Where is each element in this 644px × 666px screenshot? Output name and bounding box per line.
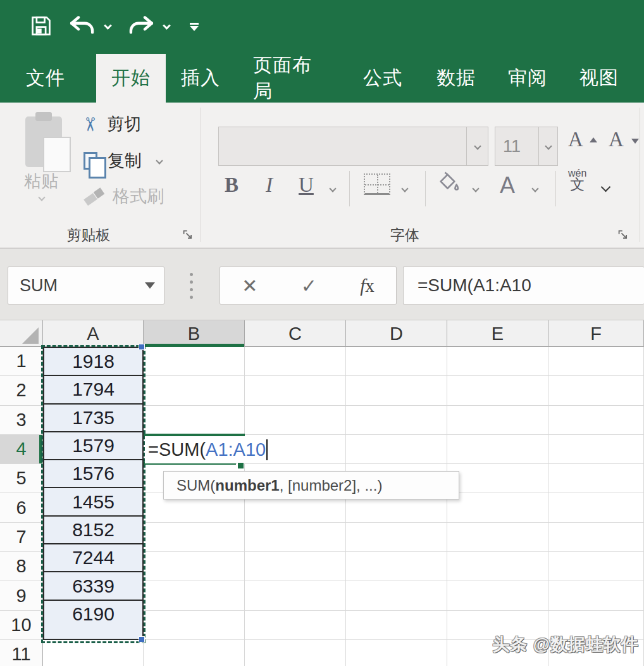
insert-function-fx-icon[interactable]: fx [360, 275, 375, 296]
tab-review[interactable]: 审阅 [507, 54, 548, 103]
row-header-5[interactable]: 5 [0, 464, 43, 493]
tab-page-layout[interactable]: 页面布局 [253, 54, 330, 103]
tab-home[interactable]: 开始 [96, 54, 166, 103]
cell-c3[interactable] [245, 406, 346, 435]
paste-button[interactable]: 粘贴 [0, 103, 76, 210]
cell-e3[interactable] [447, 406, 548, 435]
italic-button[interactable]: I [266, 173, 273, 197]
cell-b7[interactable] [144, 523, 245, 552]
font-color-button[interactable]: A [500, 172, 515, 199]
cell-c11[interactable] [245, 640, 346, 666]
cell-d9[interactable] [346, 581, 447, 610]
cell-d10[interactable] [346, 611, 447, 640]
cell-b2[interactable] [144, 376, 245, 405]
cell-d4[interactable] [346, 435, 447, 464]
cell-b11[interactable] [144, 640, 245, 666]
phonetic-guide-button[interactable]: wén 文 [568, 168, 586, 192]
cell-d2[interactable] [346, 376, 447, 405]
cell-f2[interactable] [548, 376, 644, 405]
row-header-2[interactable]: 2 [0, 376, 43, 405]
shrink-font-button[interactable]: A [609, 128, 631, 151]
column-header-c[interactable]: C [245, 320, 346, 347]
underline-dropdown-chevron-icon[interactable] [329, 185, 336, 192]
undo-dropdown[interactable] [105, 25, 111, 28]
column-header-d[interactable]: D [346, 320, 447, 347]
grow-font-button[interactable]: A [568, 128, 591, 151]
row-header-3[interactable]: 3 [0, 406, 43, 435]
phonetic-dropdown-chevron-icon[interactable] [601, 182, 611, 192]
row-header-6[interactable]: 6 [0, 493, 43, 522]
cell-c10[interactable] [245, 611, 346, 640]
cell-b10[interactable] [144, 611, 245, 640]
cell-e2[interactable] [447, 376, 548, 405]
column-header-e[interactable]: E [447, 320, 548, 347]
cancel-x-icon[interactable]: ✕ [242, 275, 257, 297]
cell-c1[interactable] [245, 347, 346, 376]
fill-color-icon[interactable] [437, 171, 462, 199]
range-corner-handle[interactable] [139, 636, 145, 643]
formula-bar-grip[interactable] [190, 273, 193, 299]
formula-input[interactable]: =SUM(A1:A10 [403, 267, 644, 305]
cell-f8[interactable] [548, 552, 644, 581]
borders-dropdown-chevron-icon[interactable] [401, 185, 408, 192]
cell-d1[interactable] [346, 347, 447, 376]
cell-b8[interactable] [144, 552, 245, 581]
column-header-a[interactable]: A [43, 320, 144, 347]
cell-a6[interactable]: 1455 [44, 488, 142, 516]
cell-d11[interactable] [346, 640, 447, 666]
referenced-range-a1-a10[interactable]: 1918179417351579157614558152724463396190 [43, 347, 144, 640]
cell-d7[interactable] [346, 523, 447, 552]
underline-button[interactable]: U [299, 173, 314, 197]
name-box-dropdown-icon[interactable] [145, 282, 155, 289]
enter-check-icon[interactable]: ✓ [301, 275, 317, 297]
tab-file[interactable]: 文件 [16, 54, 75, 103]
tab-view[interactable]: 视图 [578, 54, 620, 103]
cell-f5[interactable] [548, 464, 644, 493]
font-name-combo[interactable] [218, 127, 488, 166]
redo-dropdown[interactable] [164, 25, 170, 28]
format-painter-button[interactable]: 格式刷 [84, 185, 164, 208]
cell-b4-edit[interactable]: =SUM(A1:A10 [145, 436, 300, 463]
font-size-dropdown[interactable] [538, 127, 557, 165]
cell-f7[interactable] [548, 523, 644, 552]
fill-handle[interactable] [237, 462, 244, 469]
tab-formulas[interactable]: 公式 [361, 54, 404, 103]
cell-e5[interactable] [447, 464, 548, 493]
row-header-10[interactable]: 10 [0, 611, 43, 640]
cell-b3[interactable] [144, 406, 245, 435]
column-header-b[interactable]: B [144, 320, 245, 347]
save-button[interactable] [29, 14, 53, 41]
cell-f4[interactable] [548, 435, 644, 464]
cell-a9[interactable]: 6339 [44, 572, 142, 600]
copy-button[interactable]: 复制 [84, 149, 162, 172]
cell-d8[interactable] [346, 552, 447, 581]
cell-c2[interactable] [245, 376, 346, 405]
row-header-9[interactable]: 9 [0, 581, 43, 610]
cell-c7[interactable] [245, 523, 346, 552]
cell-a2[interactable]: 1794 [44, 376, 142, 404]
borders-icon[interactable] [364, 173, 390, 195]
column-header-f[interactable]: F [548, 320, 644, 347]
name-box[interactable]: SUM [8, 267, 164, 305]
cell-e9[interactable] [447, 581, 548, 610]
cell-d3[interactable] [346, 406, 447, 435]
cell-a4[interactable]: 1579 [44, 432, 142, 460]
cell-f6[interactable] [548, 493, 644, 522]
cell-a5[interactable]: 1576 [44, 460, 142, 488]
cut-button[interactable]: ✂ 剪切 [82, 113, 141, 135]
cell-f9[interactable] [548, 581, 644, 610]
cell-e4[interactable] [447, 435, 548, 464]
cell-b1[interactable] [144, 347, 245, 376]
range-corner-handle[interactable] [139, 344, 145, 350]
bold-button[interactable]: B [225, 173, 238, 197]
cell-a3[interactable]: 1735 [44, 405, 142, 432]
undo-button[interactable] [68, 15, 96, 40]
cell-c8[interactable] [245, 552, 346, 581]
cell-c9[interactable] [245, 581, 346, 610]
cell-f1[interactable] [548, 347, 644, 376]
row-header-11[interactable]: 11 [0, 640, 43, 666]
cell-e1[interactable] [447, 347, 548, 376]
cell-a11[interactable] [43, 640, 144, 666]
dialog-launcher-icon[interactable] [182, 229, 194, 241]
tab-insert[interactable]: 插入 [180, 54, 221, 103]
